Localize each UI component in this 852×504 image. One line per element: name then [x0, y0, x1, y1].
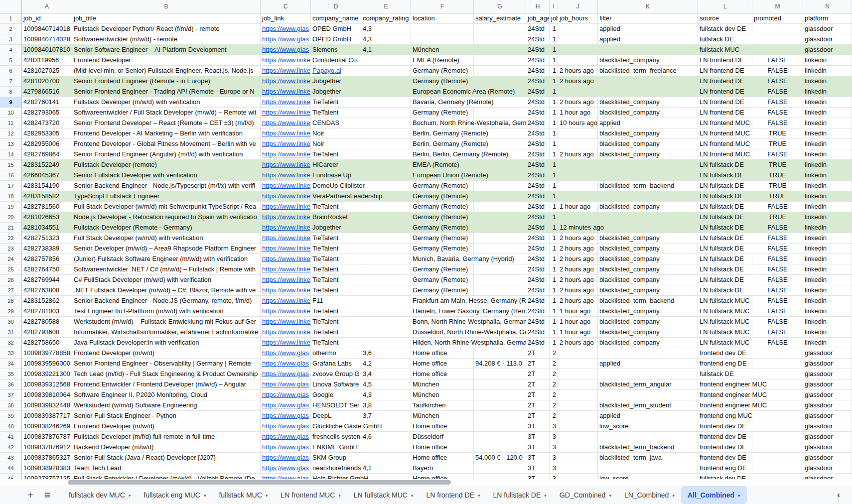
cell-E29[interactable] — [361, 306, 411, 317]
row-header-11[interactable]: 11 — [0, 118, 22, 128]
job-link[interactable]: https://www.linke — [262, 67, 310, 74]
cell-L21[interactable]: LN fullstack DE — [698, 223, 752, 233]
cell-L29[interactable]: LN fullstack MUC — [698, 306, 752, 317]
cell-M27[interactable]: FALSE — [752, 285, 803, 296]
job-link[interactable]: https://www.glas — [262, 391, 309, 398]
cell-N19[interactable]: linkedin — [803, 202, 852, 212]
field-header-cell[interactable]: filter — [598, 13, 698, 24]
cell-A6[interactable]: 4281027025 — [22, 66, 72, 76]
cell-F36[interactable]: München — [411, 379, 474, 390]
cell-B20[interactable]: Node.js Developer - Relocation required … — [72, 212, 261, 223]
field-header-cell[interactable]: company_rating — [361, 13, 411, 24]
cell-C43[interactable]: https://www.glas — [261, 453, 311, 463]
cell-B45[interactable]: Full Stack Entwickler / Developer (m/w/d… — [72, 474, 261, 479]
cell-M26[interactable]: FALSE — [752, 275, 803, 285]
row-header-5[interactable]: 5 — [0, 55, 22, 66]
cell-N18[interactable]: linkedin — [803, 191, 852, 202]
cell-I13[interactable]: 1 — [550, 139, 558, 149]
cell-C44[interactable]: https://www.glas — [261, 463, 311, 474]
cell-G43[interactable]: 54.000 € - 120.0 — [474, 453, 526, 463]
cell-I32[interactable]: 1 — [550, 338, 558, 348]
cell-L44[interactable]: frontend eng DE — [698, 463, 752, 474]
cell-D4[interactable]: Siemens — [311, 45, 361, 55]
cell-L17[interactable]: LN fullstack DE — [698, 181, 752, 191]
cell-A3[interactable]: 1009840714028 — [22, 34, 72, 45]
cell-J12[interactable] — [558, 128, 598, 139]
cell-C13[interactable]: https://www.linke — [261, 139, 311, 149]
cell-F3[interactable] — [411, 34, 474, 45]
cell-F39[interactable]: München — [411, 411, 474, 421]
cell-I33[interactable]: 2 — [550, 348, 558, 359]
cell-L4[interactable]: fullstack MUC — [698, 45, 752, 55]
cell-E42[interactable] — [361, 442, 411, 453]
job-link[interactable]: https://www.linke — [262, 192, 310, 200]
row-header-27[interactable]: 27 — [0, 285, 22, 296]
cell-G4[interactable] — [474, 45, 526, 55]
cell-I4[interactable]: 1 — [550, 45, 558, 55]
cell-E37[interactable]: 4,3 — [361, 390, 411, 400]
cell-F15[interactable]: EMEA (Remote) — [411, 160, 474, 170]
cell-F26[interactable]: Germany (Remote) — [411, 275, 474, 285]
cell-E8[interactable] — [361, 87, 411, 97]
cell-F17[interactable]: Germany (Remote) — [411, 181, 474, 191]
job-link[interactable]: https://www.linke — [262, 182, 310, 189]
cell-M9[interactable]: FALSE — [752, 97, 803, 108]
cell-F30[interactable]: Bonn, North Rhine-Westphalia, Germany — [411, 317, 526, 327]
cell-F27[interactable]: Germany (Remote) — [411, 285, 474, 296]
cell-I7[interactable]: 1 — [550, 76, 558, 87]
cell-E22[interactable] — [361, 233, 411, 244]
cell-C15[interactable]: https://www.linke — [261, 160, 311, 170]
cell-B11[interactable]: Senior Frontend Developer – React (Remot… — [72, 118, 261, 128]
row-header-36[interactable]: 36 — [0, 379, 22, 390]
cell-D25[interactable]: TieTalent — [311, 264, 361, 275]
cell-J19[interactable]: 1 hour ago — [558, 202, 598, 212]
horizontal-scrollbar-thumb[interactable] — [68, 480, 451, 485]
cell-K35[interactable] — [598, 369, 698, 379]
cell-H7[interactable]: 24Std — [526, 76, 550, 87]
cell-C11[interactable]: https://www.linke — [261, 118, 311, 128]
row-header-41[interactable]: 41 — [0, 432, 22, 442]
cell-E27[interactable] — [361, 285, 411, 296]
cell-K15[interactable] — [598, 160, 698, 170]
cell-F2[interactable] — [411, 24, 474, 34]
cell-H39[interactable]: 2T — [526, 411, 550, 421]
cell-E3[interactable]: 4,3 — [361, 34, 411, 45]
cell-E20[interactable] — [361, 212, 411, 223]
cell-M42[interactable] — [752, 442, 803, 453]
job-link[interactable]: https://www.glas — [262, 46, 309, 53]
cell-G18[interactable] — [474, 191, 526, 202]
cell-D18[interactable]: VeraPartnersLeadership — [311, 191, 411, 202]
job-link[interactable]: https://www.linke — [262, 150, 310, 158]
cell-J41[interactable] — [558, 432, 598, 442]
cell-A8[interactable]: 4279866516 — [22, 87, 72, 97]
cell-K6[interactable]: blacklisted_term_freelance — [598, 66, 698, 76]
job-link[interactable]: https://www.linke — [262, 161, 310, 168]
cell-K29[interactable]: blacklisted_company — [598, 306, 698, 317]
column-header-F[interactable]: F — [411, 0, 474, 13]
cell-D35[interactable]: zvoove Group G — [311, 369, 361, 379]
cell-J18[interactable] — [558, 191, 598, 202]
cell-I22[interactable]: 1 — [550, 233, 558, 244]
column-header-H[interactable]: H — [526, 0, 550, 13]
cell-D33[interactable]: othermo — [311, 348, 361, 359]
cell-K2[interactable]: applied — [598, 24, 698, 34]
cell-A35[interactable]: 1009839221300 — [22, 369, 72, 379]
cell-N6[interactable]: linkedin — [803, 66, 852, 76]
cell-E16[interactable] — [361, 170, 411, 181]
cell-F40[interactable]: Home office — [411, 421, 474, 432]
cell-C37[interactable]: https://www.glas — [261, 390, 311, 400]
cell-N13[interactable]: linkedin — [803, 139, 852, 149]
row-header-42[interactable]: 42 — [0, 442, 22, 453]
job-link[interactable]: https://www.linke — [262, 339, 310, 346]
row-header-3[interactable]: 3 — [0, 34, 22, 45]
cell-C17[interactable]: https://www.linke — [261, 181, 311, 191]
cell-B44[interactable]: Team Tech Lead — [72, 463, 261, 474]
row-header-29[interactable]: 29 — [0, 306, 22, 317]
cell-A24[interactable]: 4282757856 — [22, 254, 72, 264]
cell-I16[interactable]: 1 — [550, 170, 558, 181]
row-header-23[interactable]: 23 — [0, 244, 22, 254]
cell-M5[interactable]: FALSE — [752, 55, 803, 66]
cell-C18[interactable]: https://www.linke — [261, 191, 311, 202]
cell-B40[interactable]: Frontend Developer (m/w/d) — [72, 421, 261, 432]
cell-H4[interactable]: 24Std — [526, 45, 550, 55]
